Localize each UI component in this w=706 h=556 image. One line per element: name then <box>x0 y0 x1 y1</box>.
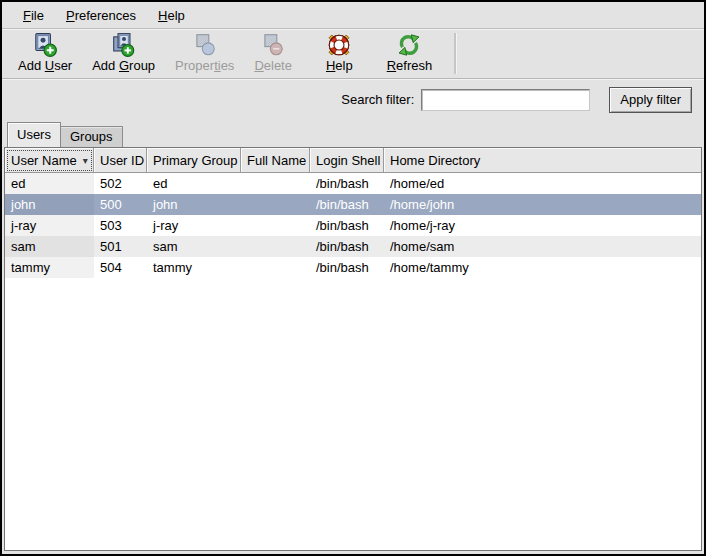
cell-full-name <box>241 215 310 236</box>
menu-file-label: F <box>23 8 31 23</box>
cell-full-name <box>241 257 310 278</box>
properties-label: Properties <box>175 58 234 73</box>
help-label: Help <box>326 58 353 73</box>
menu-help-label: elp <box>167 8 184 23</box>
cell-user-name: tammy <box>5 257 94 278</box>
column-header-primary-group[interactable]: Primary Group <box>147 148 241 173</box>
table-body: ed 502 ed /bin/bash /home/ed john 500 jo… <box>5 173 701 550</box>
refresh-button[interactable]: Refresh <box>377 31 443 78</box>
properties-button: Properties <box>165 31 244 78</box>
search-filter-row: Search filter: Apply filter <box>2 79 704 120</box>
menu-help[interactable]: Help <box>147 4 196 27</box>
cell-primary-group: tammy <box>147 257 241 278</box>
toolbar-separator <box>454 33 456 74</box>
menu-preferences-label: references <box>75 8 136 23</box>
menu-preferences[interactable]: Preferences <box>55 4 147 27</box>
cell-login-shell: /bin/bash <box>310 236 384 257</box>
properties-icon <box>192 32 218 58</box>
help-button[interactable]: Help <box>316 31 363 78</box>
cell-user-name: sam <box>5 236 94 257</box>
cell-user-id: 504 <box>94 257 147 278</box>
column-header-home-directory[interactable]: Home Directory <box>384 148 701 173</box>
sort-descending-icon: ▾ <box>77 149 88 172</box>
add-user-button[interactable]: Add User <box>8 31 82 78</box>
user-add-icon <box>32 32 58 58</box>
column-header-label: User Name <box>11 149 77 172</box>
delete-button: Delete <box>244 31 302 78</box>
cell-home-directory: /home/j-ray <box>384 215 701 236</box>
apply-filter-button[interactable]: Apply filter <box>609 87 692 113</box>
cell-login-shell: /bin/bash <box>310 194 384 215</box>
cell-primary-group: sam <box>147 236 241 257</box>
tab-users[interactable]: Users <box>7 122 61 147</box>
column-header-login-shell[interactable]: Login Shell <box>310 148 384 173</box>
menu-file[interactable]: File <box>12 4 55 27</box>
cell-home-directory: /home/john <box>384 194 701 215</box>
menubar: File Preferences Help <box>2 2 704 29</box>
cell-login-shell: /bin/bash <box>310 257 384 278</box>
cell-user-id: 503 <box>94 215 147 236</box>
user-manager-window: File Preferences Help Add User <box>0 0 706 556</box>
cell-home-directory: /home/ed <box>384 173 701 194</box>
column-header-user-name[interactable]: User Name ▾ <box>5 148 94 173</box>
add-group-button[interactable]: Add Group <box>82 31 165 78</box>
cell-user-id: 501 <box>94 236 147 257</box>
delete-icon <box>260 32 286 58</box>
cell-primary-group: john <box>147 194 241 215</box>
cell-user-id: 502 <box>94 173 147 194</box>
notebook-tabs: Users Groups <box>2 120 704 147</box>
refresh-icon <box>396 32 422 58</box>
cell-primary-group: j-ray <box>147 215 241 236</box>
cell-home-directory: /home/tammy <box>384 257 701 278</box>
search-filter-input[interactable] <box>421 89 590 111</box>
cell-full-name <box>241 236 310 257</box>
column-header-full-name[interactable]: Full Name <box>241 148 310 173</box>
menu-file-label: ile <box>31 8 44 23</box>
table-row-ed[interactable]: ed 502 ed /bin/bash /home/ed <box>5 173 701 194</box>
cell-home-directory: /home/sam <box>384 236 701 257</box>
toolbar: Add User Add Group <box>2 29 704 79</box>
cell-user-name: john <box>5 194 94 215</box>
table-row-j-ray[interactable]: j-ray 503 j-ray /bin/bash /home/j-ray <box>5 215 701 236</box>
tab-groups[interactable]: Groups <box>61 126 123 147</box>
column-header-user-id[interactable]: User ID <box>94 148 147 173</box>
menu-preferences-label: P <box>66 8 75 23</box>
cell-user-name: j-ray <box>5 215 94 236</box>
cell-login-shell: /bin/bash <box>310 173 384 194</box>
table-row-john-selected[interactable]: john 500 john /bin/bash /home/john <box>5 194 701 215</box>
table-row-sam[interactable]: sam 501 sam /bin/bash /home/sam <box>5 236 701 257</box>
cell-login-shell: /bin/bash <box>310 215 384 236</box>
users-table: User Name ▾ User ID Primary Group Full N… <box>4 147 702 551</box>
delete-label: Delete <box>254 58 292 73</box>
table-header-row: User Name ▾ User ID Primary Group Full N… <box>5 148 701 173</box>
search-filter-label: Search filter: <box>341 92 414 107</box>
lifebuoy-icon <box>326 32 352 58</box>
cell-full-name <box>241 173 310 194</box>
cell-primary-group: ed <box>147 173 241 194</box>
cell-user-id: 500 <box>94 194 147 215</box>
add-user-label: Add User <box>18 58 72 73</box>
cell-full-name <box>241 194 310 215</box>
cell-user-name: ed <box>5 173 94 194</box>
add-group-label: Add Group <box>92 58 155 73</box>
refresh-label: Refresh <box>387 58 433 73</box>
group-add-icon <box>111 32 137 58</box>
table-row-tammy[interactable]: tammy 504 tammy /bin/bash /home/tammy <box>5 257 701 278</box>
